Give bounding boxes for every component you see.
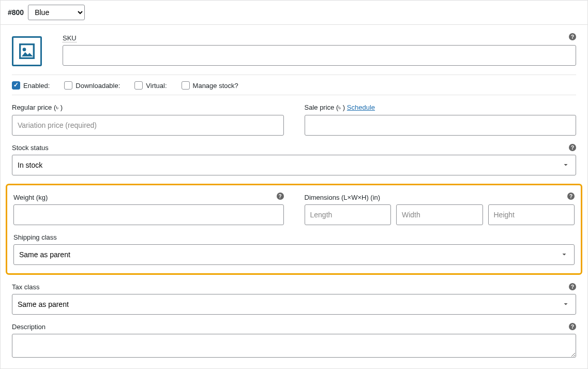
sale-price-label: Sale price (৳ ) Schedule (305, 104, 577, 112)
regular-price-label: Regular price (৳ ) (12, 104, 284, 112)
stock-status-label: Stock status (12, 144, 576, 152)
attribute-select[interactable]: Blue (28, 5, 85, 20)
variation-id: #800 (8, 8, 24, 17)
shipping-class-label: Shipping class (13, 233, 575, 241)
downloadable-checkbox-wrap[interactable]: Downloadable: (64, 81, 120, 90)
variation-body: SKU ? Enabled: Downloadable: Virtual: (1, 25, 587, 368)
variation-header: #800 Blue (1, 1, 587, 25)
help-icon[interactable]: ? (277, 193, 284, 200)
schedule-link[interactable]: Schedule (347, 104, 375, 111)
help-icon[interactable]: ? (569, 283, 576, 290)
enabled-checkbox[interactable] (12, 81, 20, 90)
help-icon[interactable]: ? (569, 323, 576, 330)
description-textarea[interactable] (12, 334, 576, 358)
shipping-highlight-box: Weight (kg) ? Dimensions (L×W×H) (in) ? … (6, 184, 582, 275)
weight-input[interactable] (13, 204, 284, 225)
help-icon[interactable]: ? (569, 144, 576, 151)
virtual-checkbox-wrap[interactable]: Virtual: (134, 81, 167, 90)
sku-input[interactable] (63, 45, 576, 66)
tax-class-select[interactable]: Same as parent (12, 294, 576, 315)
tax-class-label: Tax class (12, 283, 576, 291)
virtual-checkbox[interactable] (134, 81, 143, 90)
downloadable-checkbox[interactable] (64, 81, 72, 90)
help-icon[interactable]: ? (569, 33, 576, 40)
height-input[interactable] (488, 204, 575, 225)
checkbox-row: Enabled: Downloadable: Virtual: Manage s… (12, 75, 576, 95)
width-input[interactable] (396, 204, 483, 225)
variation-image-upload[interactable] (12, 36, 42, 66)
shipping-class-select[interactable]: Same as parent (13, 244, 575, 265)
manage-stock-checkbox-wrap[interactable]: Manage stock? (182, 81, 238, 90)
regular-price-input[interactable] (12, 115, 284, 136)
stock-status-select[interactable]: In stock (12, 155, 576, 175)
dimensions-label: Dimensions (L×W×H) (in) (305, 194, 575, 201)
length-input[interactable] (305, 204, 391, 225)
weight-label: Weight (kg) (13, 194, 284, 201)
help-icon[interactable]: ? (567, 193, 575, 200)
description-label: Description (12, 323, 576, 331)
enabled-checkbox-wrap[interactable]: Enabled: (12, 81, 50, 90)
sale-price-input[interactable] (305, 115, 577, 136)
image-placeholder-icon (17, 41, 37, 62)
manage-stock-checkbox[interactable] (182, 81, 190, 90)
sku-label: SKU (63, 34, 576, 42)
variation-panel: #800 Blue SKU ? (0, 0, 588, 369)
